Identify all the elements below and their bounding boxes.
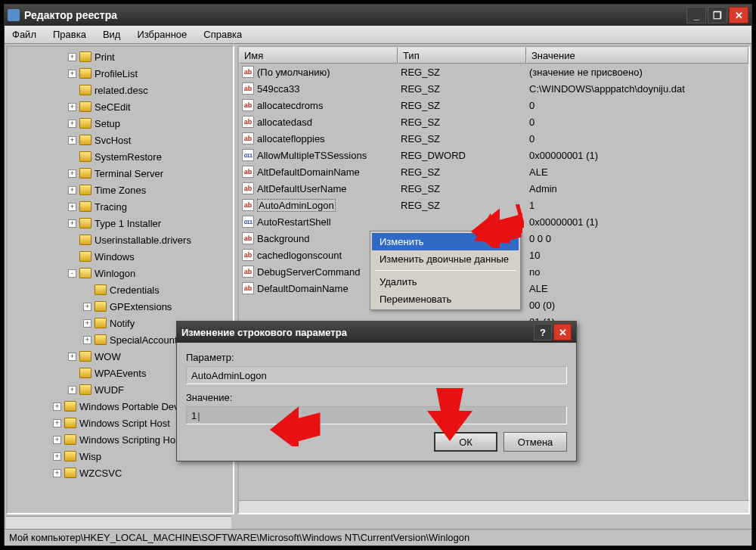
folder-icon (79, 151, 91, 162)
expand-icon[interactable]: + (68, 120, 76, 128)
tree-item-label: related.desc (94, 85, 148, 96)
string-value-icon: ab (242, 249, 254, 261)
dialog-title: Изменение строкового параметра (181, 327, 532, 338)
expand-icon[interactable]: + (68, 136, 76, 144)
list-row[interactable]: ab549cca33REG_SZC:\WINDOWS\apppatch\doyn… (239, 80, 748, 97)
tree-item[interactable]: SystemRestore (8, 148, 233, 165)
row-name: AltDefaultUserName (257, 183, 347, 194)
tree-item-label: Windows Script Host (79, 418, 170, 429)
list-hscroll[interactable] (239, 500, 748, 513)
list-row[interactable]: 011AllowMultipleTSSessionsREG_DWORD0x000… (239, 147, 748, 163)
row-value: ALE (526, 166, 748, 178)
list-row[interactable]: abAltDefaultUserNameREG_SZAdmin (239, 180, 748, 197)
tree-item-label: SpecialAccounts (110, 334, 182, 346)
menu-edit[interactable]: Правка (50, 27, 89, 42)
expand-icon[interactable]: + (83, 336, 91, 344)
value-field[interactable]: 1 (186, 406, 567, 424)
tree-item[interactable]: +Type 1 Installer (8, 215, 233, 231)
tree-item-label: Userinstallable.drivers (94, 235, 191, 246)
cancel-button[interactable]: Отмена (503, 432, 567, 452)
tree-hscroll[interactable] (6, 516, 231, 529)
expand-icon[interactable]: + (68, 219, 76, 228)
folder-icon (64, 401, 76, 412)
expand-icon[interactable]: + (53, 452, 61, 461)
list-row[interactable]: aballocatedasdREG_SZ0 (239, 113, 748, 130)
tree-item[interactable]: +Tracing (8, 198, 233, 215)
menu-file[interactable]: Файл (9, 27, 39, 42)
folder-icon (79, 101, 91, 112)
list-row[interactable]: aballocatecdromsREG_SZ0 (239, 97, 748, 113)
tree-item[interactable]: +WZCSVC (8, 465, 233, 481)
folder-icon (79, 118, 91, 129)
tree-item[interactable]: +Terminal Server (8, 165, 233, 182)
col-name[interactable]: Имя (239, 47, 398, 64)
expand-icon[interactable]: + (68, 70, 76, 78)
menu-help[interactable]: Справка (200, 27, 245, 42)
ok-button[interactable]: ОК (434, 432, 497, 452)
row-name: Background (257, 233, 309, 244)
ctx-delete[interactable]: Удалить (372, 273, 519, 291)
menu-favorites[interactable]: Избранное (134, 27, 190, 42)
list-row[interactable]: abAutoAdminLogonREG_SZ1 (239, 197, 748, 213)
ctx-modify-binary[interactable]: Изменить двоичные данные (372, 250, 519, 268)
tree-item-label: ProfileList (94, 68, 138, 79)
string-value-icon: ab (242, 99, 254, 111)
tree-item[interactable]: Credentials (8, 281, 233, 298)
tree-item[interactable]: +Print (8, 48, 233, 65)
tree-item-label: Time Zones (94, 185, 146, 196)
expand-icon[interactable]: + (68, 103, 76, 111)
tree-item[interactable]: -Winlogon (8, 265, 233, 281)
tree-item[interactable]: +GPExtensions (8, 298, 233, 315)
ctx-rename[interactable]: Переименовать (372, 291, 519, 308)
ctx-modify[interactable]: Изменить (372, 233, 519, 250)
dialog-close-button[interactable]: ✕ (553, 324, 572, 340)
row-type: REG_SZ (398, 166, 526, 178)
minimize-button[interactable]: _ (686, 7, 706, 23)
expand-icon[interactable]: + (83, 303, 91, 311)
list-row[interactable]: abAltDefaultDomainNameREG_SZALE (239, 163, 748, 180)
row-value: 0 0 0 (526, 233, 748, 244)
expand-icon[interactable]: + (68, 169, 76, 178)
collapse-icon[interactable]: - (68, 269, 76, 278)
list-row[interactable]: aballocatefloppiesREG_SZ0 (239, 130, 748, 147)
folder-icon (79, 51, 91, 62)
expand-icon[interactable]: + (53, 436, 61, 444)
expand-icon[interactable]: + (68, 386, 76, 394)
expand-icon[interactable]: + (83, 319, 91, 328)
row-name: AllowMultipleTSSessions (257, 150, 367, 161)
folder-icon (79, 201, 91, 212)
tree-item[interactable]: Windows (8, 248, 233, 265)
context-menu: Изменить Изменить двоичные данные Удалит… (370, 231, 521, 310)
menu-view[interactable]: Вид (100, 27, 124, 42)
tree-item-label: Terminal Server (94, 168, 163, 179)
row-name: allocatedasd (257, 117, 312, 128)
tree-item[interactable]: +SeCEdit (8, 98, 233, 115)
maximize-button[interactable]: ❐ (708, 7, 727, 23)
tree-item[interactable]: +ProfileList (8, 65, 233, 82)
tree-item[interactable]: +Time Zones (8, 182, 233, 198)
tree-item-label: Tracing (94, 201, 127, 213)
close-button[interactable]: ✕ (729, 7, 748, 23)
tree-item[interactable]: +SvcHost (8, 132, 233, 148)
expand-icon[interactable]: + (53, 419, 61, 427)
edit-string-dialog: Изменение строкового параметра ? ✕ Парам… (176, 321, 577, 461)
list-header: Имя Тип Значение (239, 47, 748, 64)
list-row[interactable]: 011AutoRestartShell0x00000001 (1) (239, 213, 748, 230)
expand-icon[interactable]: + (68, 203, 76, 211)
col-value[interactable]: Значение (526, 47, 748, 64)
list-row[interactable]: ab(По умолчанию)REG_SZ(значение не присв… (239, 64, 748, 80)
ctx-separator (375, 270, 516, 271)
expand-icon[interactable]: + (53, 469, 61, 477)
expand-icon[interactable]: + (68, 186, 76, 194)
tree-item-label: Notify (110, 318, 135, 329)
col-type[interactable]: Тип (398, 47, 526, 64)
expand-icon[interactable]: + (68, 53, 76, 61)
tree-item[interactable]: related.desc (8, 82, 233, 98)
tree-item[interactable]: +Setup (8, 115, 233, 132)
folder-icon (64, 418, 76, 428)
row-value: C:\WINDOWS\apppatch\doyniju.dat (526, 83, 748, 95)
tree-item[interactable]: Userinstallable.drivers (8, 231, 233, 248)
dialog-help-button[interactable]: ? (534, 324, 552, 340)
expand-icon[interactable]: + (53, 402, 61, 411)
expand-icon[interactable]: + (68, 353, 76, 361)
